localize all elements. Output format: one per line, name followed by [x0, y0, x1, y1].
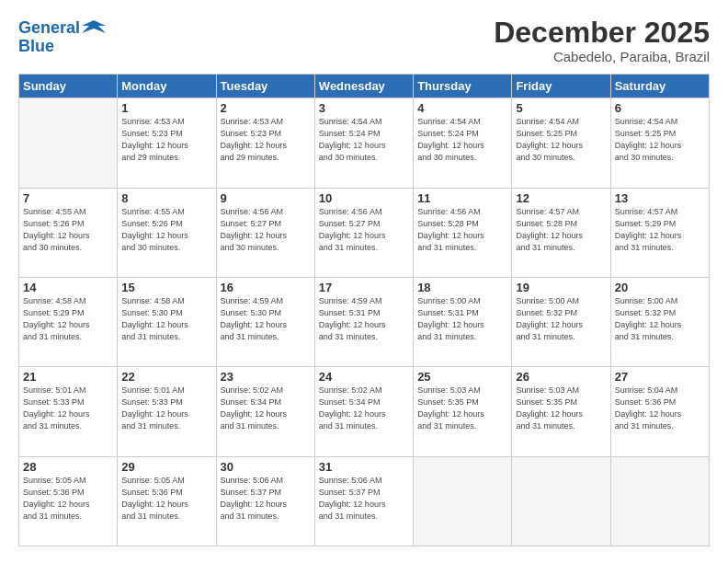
calendar-cell: 21Sunrise: 5:01 AMSunset: 5:33 PMDayligh… — [19, 367, 118, 456]
calendar-cell: 17Sunrise: 4:59 AMSunset: 5:31 PMDayligh… — [314, 277, 413, 366]
day-number: 9 — [221, 191, 311, 205]
day-info: Sunrise: 5:03 AMSunset: 5:35 PMDaylight:… — [516, 385, 606, 432]
day-info: Sunrise: 5:03 AMSunset: 5:35 PMDaylight:… — [417, 385, 507, 432]
calendar-cell: 29Sunrise: 5:05 AMSunset: 5:36 PMDayligh… — [118, 456, 216, 546]
calendar-cell — [414, 456, 512, 546]
day-info: Sunrise: 4:58 AMSunset: 5:29 PMDaylight:… — [23, 295, 113, 343]
calendar-cell: 22Sunrise: 5:01 AMSunset: 5:33 PMDayligh… — [118, 367, 216, 456]
day-info: Sunrise: 5:01 AMSunset: 5:33 PMDaylight:… — [23, 385, 113, 432]
logo: General Blue — [18, 17, 106, 56]
day-info: Sunrise: 4:54 AMSunset: 5:25 PMDaylight:… — [615, 116, 705, 164]
day-number: 19 — [516, 281, 606, 294]
day-info: Sunrise: 4:56 AMSunset: 5:27 PMDaylight:… — [319, 206, 409, 254]
calendar-header-row: Sunday Monday Tuesday Wednesday Thursday… — [19, 75, 710, 98]
day-number: 3 — [319, 101, 409, 115]
calendar-cell: 20Sunrise: 5:00 AMSunset: 5:32 PMDayligh… — [610, 277, 709, 366]
day-number: 26 — [516, 370, 606, 384]
day-number: 17 — [319, 281, 409, 294]
day-number: 24 — [319, 370, 409, 384]
calendar-cell — [610, 456, 709, 546]
calendar-cell: 4Sunrise: 4:54 AMSunset: 5:24 PMDaylight… — [414, 98, 512, 188]
calendar-week-row: 28Sunrise: 5:05 AMSunset: 5:36 PMDayligh… — [19, 456, 710, 546]
day-info: Sunrise: 5:05 AMSunset: 5:36 PMDaylight:… — [23, 475, 113, 523]
location-subtitle: Cabedelo, Paraiba, Brazil — [494, 49, 710, 64]
day-number: 5 — [516, 101, 606, 115]
calendar-cell: 9Sunrise: 4:56 AMSunset: 5:27 PMDaylight… — [216, 188, 314, 277]
col-thursday: Thursday — [414, 75, 512, 98]
day-info: Sunrise: 4:54 AMSunset: 5:24 PMDaylight:… — [417, 116, 507, 164]
col-tuesday: Tuesday — [216, 75, 314, 98]
col-saturday: Saturday — [610, 75, 709, 98]
calendar-cell: 12Sunrise: 4:57 AMSunset: 5:28 PMDayligh… — [512, 188, 610, 277]
day-info: Sunrise: 4:55 AMSunset: 5:26 PMDaylight:… — [121, 206, 211, 254]
day-info: Sunrise: 4:57 AMSunset: 5:29 PMDaylight:… — [615, 206, 705, 254]
day-number: 12 — [516, 191, 606, 205]
day-info: Sunrise: 5:05 AMSunset: 5:36 PMDaylight:… — [121, 475, 211, 523]
header: General Blue December 2025 Cabedelo, Par… — [18, 17, 710, 64]
calendar-cell: 19Sunrise: 5:00 AMSunset: 5:32 PMDayligh… — [512, 277, 610, 366]
day-info: Sunrise: 5:00 AMSunset: 5:31 PMDaylight:… — [417, 295, 507, 343]
col-wednesday: Wednesday — [314, 75, 413, 98]
day-info: Sunrise: 5:06 AMSunset: 5:37 PMDaylight:… — [319, 475, 409, 523]
day-info: Sunrise: 5:00 AMSunset: 5:32 PMDaylight:… — [615, 295, 705, 343]
day-info: Sunrise: 4:56 AMSunset: 5:27 PMDaylight:… — [221, 206, 311, 254]
day-number: 16 — [221, 281, 311, 294]
day-number: 13 — [615, 191, 705, 205]
day-info: Sunrise: 4:59 AMSunset: 5:31 PMDaylight:… — [319, 295, 409, 343]
day-info: Sunrise: 4:53 AMSunset: 5:23 PMDaylight:… — [221, 116, 311, 164]
calendar-week-row: 21Sunrise: 5:01 AMSunset: 5:33 PMDayligh… — [19, 367, 710, 456]
logo-text: General — [18, 19, 80, 38]
svg-marker-0 — [82, 20, 106, 33]
calendar-cell: 24Sunrise: 5:02 AMSunset: 5:34 PMDayligh… — [314, 367, 413, 456]
day-number: 1 — [121, 101, 211, 115]
calendar-cell: 31Sunrise: 5:06 AMSunset: 5:37 PMDayligh… — [314, 456, 413, 546]
day-info: Sunrise: 5:02 AMSunset: 5:34 PMDaylight:… — [319, 385, 409, 432]
day-number: 25 — [417, 370, 507, 384]
day-number: 20 — [615, 281, 705, 294]
day-number: 6 — [615, 101, 705, 115]
month-title: December 2025 — [494, 17, 710, 49]
day-info: Sunrise: 5:01 AMSunset: 5:33 PMDaylight:… — [121, 385, 211, 432]
calendar-cell: 25Sunrise: 5:03 AMSunset: 5:35 PMDayligh… — [414, 367, 512, 456]
calendar-week-row: 1Sunrise: 4:53 AMSunset: 5:23 PMDaylight… — [19, 98, 710, 188]
day-info: Sunrise: 4:57 AMSunset: 5:28 PMDaylight:… — [516, 206, 606, 254]
title-block: December 2025 Cabedelo, Paraiba, Brazil — [494, 17, 710, 64]
day-number: 22 — [121, 370, 211, 384]
calendar-cell: 23Sunrise: 5:02 AMSunset: 5:34 PMDayligh… — [216, 367, 314, 456]
day-number: 2 — [221, 101, 311, 115]
calendar-cell: 26Sunrise: 5:03 AMSunset: 5:35 PMDayligh… — [512, 367, 610, 456]
day-number: 14 — [23, 281, 113, 294]
col-sunday: Sunday — [19, 75, 118, 98]
calendar-cell: 5Sunrise: 4:54 AMSunset: 5:25 PMDaylight… — [512, 98, 610, 188]
day-number: 27 — [615, 370, 705, 384]
day-number: 10 — [319, 191, 409, 205]
calendar-cell: 8Sunrise: 4:55 AMSunset: 5:26 PMDaylight… — [118, 188, 216, 277]
calendar-cell: 2Sunrise: 4:53 AMSunset: 5:23 PMDaylight… — [216, 98, 314, 188]
calendar-cell: 30Sunrise: 5:06 AMSunset: 5:37 PMDayligh… — [216, 456, 314, 546]
day-info: Sunrise: 4:58 AMSunset: 5:30 PMDaylight:… — [121, 295, 211, 343]
day-number: 18 — [417, 281, 507, 294]
day-number: 4 — [417, 101, 507, 115]
calendar-cell — [19, 98, 118, 188]
calendar-cell: 7Sunrise: 4:55 AMSunset: 5:26 PMDaylight… — [19, 188, 118, 277]
day-info: Sunrise: 5:02 AMSunset: 5:34 PMDaylight:… — [221, 385, 311, 432]
day-info: Sunrise: 4:54 AMSunset: 5:24 PMDaylight:… — [319, 116, 409, 164]
calendar-cell: 13Sunrise: 4:57 AMSunset: 5:29 PMDayligh… — [610, 188, 709, 277]
day-info: Sunrise: 5:04 AMSunset: 5:36 PMDaylight:… — [615, 385, 705, 432]
calendar-cell: 16Sunrise: 4:59 AMSunset: 5:30 PMDayligh… — [216, 277, 314, 366]
day-number: 23 — [221, 370, 311, 384]
calendar-cell: 28Sunrise: 5:05 AMSunset: 5:36 PMDayligh… — [19, 456, 118, 546]
day-info: Sunrise: 4:59 AMSunset: 5:30 PMDaylight:… — [221, 295, 311, 343]
calendar-cell: 11Sunrise: 4:56 AMSunset: 5:28 PMDayligh… — [414, 188, 512, 277]
day-info: Sunrise: 5:00 AMSunset: 5:32 PMDaylight:… — [516, 295, 606, 343]
day-number: 31 — [319, 460, 409, 474]
calendar-week-row: 14Sunrise: 4:58 AMSunset: 5:29 PMDayligh… — [19, 277, 710, 366]
col-friday: Friday — [512, 75, 610, 98]
day-number: 21 — [23, 370, 113, 384]
calendar-cell: 14Sunrise: 4:58 AMSunset: 5:29 PMDayligh… — [19, 277, 118, 366]
calendar-table: Sunday Monday Tuesday Wednesday Thursday… — [18, 74, 710, 546]
day-number: 8 — [121, 191, 211, 205]
calendar-cell: 15Sunrise: 4:58 AMSunset: 5:30 PMDayligh… — [118, 277, 216, 366]
day-info: Sunrise: 4:53 AMSunset: 5:23 PMDaylight:… — [121, 116, 211, 164]
calendar-cell: 6Sunrise: 4:54 AMSunset: 5:25 PMDaylight… — [610, 98, 709, 188]
